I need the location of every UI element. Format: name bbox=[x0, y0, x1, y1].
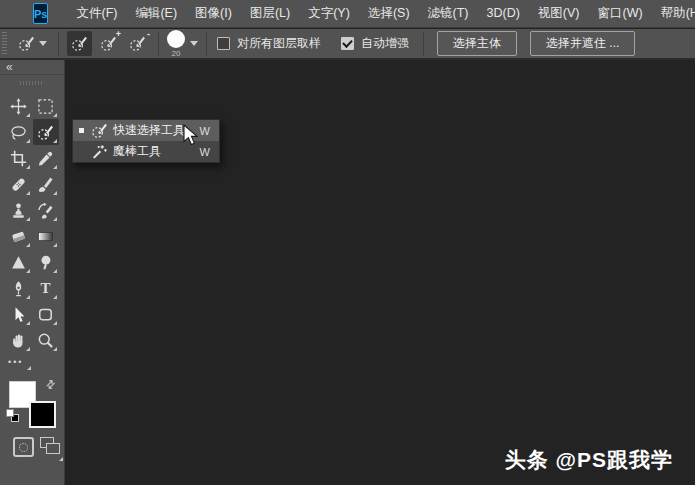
quick-selection-tool[interactable] bbox=[33, 119, 59, 145]
menu-select[interactable]: 选择(S) bbox=[359, 0, 419, 27]
zoom-icon bbox=[37, 332, 54, 349]
brush-options-picker[interactable]: 20 bbox=[167, 30, 198, 58]
crop-tool[interactable] bbox=[6, 145, 32, 171]
collapse-panel-icon[interactable]: « bbox=[6, 61, 12, 73]
path-selection-tool[interactable] bbox=[6, 301, 32, 327]
quick-selection-icon bbox=[91, 122, 108, 139]
gradient-icon bbox=[37, 228, 54, 245]
flyout-item-label: 快速选择工具 bbox=[113, 122, 185, 139]
zoom-tool[interactable] bbox=[33, 327, 59, 353]
hand-tool[interactable] bbox=[6, 327, 32, 353]
sample-all-layers-label: 对所有图层取样 bbox=[237, 35, 321, 52]
select-and-mask-button[interactable]: 选择并遮住 ... bbox=[530, 31, 635, 56]
chevron-down-icon bbox=[39, 41, 47, 46]
screen-mode-icon-front bbox=[46, 443, 60, 454]
quick-selection-icon bbox=[37, 124, 54, 141]
flyout-item-quick-selection[interactable]: 快速选择工具 W bbox=[73, 120, 219, 141]
clone-stamp-tool[interactable] bbox=[6, 197, 32, 223]
tools-panel-header: « bbox=[0, 60, 64, 75]
subtract-from-selection-button[interactable]: - bbox=[125, 31, 150, 56]
menu-view[interactable]: 视图(V) bbox=[529, 0, 589, 27]
separator bbox=[58, 32, 59, 56]
menu-help[interactable]: 帮助(H) bbox=[652, 0, 695, 27]
eraser-icon bbox=[10, 228, 27, 245]
pen-tool[interactable] bbox=[6, 275, 32, 301]
active-tool-bullet bbox=[79, 128, 84, 133]
auto-enhance-checkbox[interactable] bbox=[341, 37, 354, 50]
rectangle-shape-tool[interactable] bbox=[33, 301, 59, 327]
menu-window[interactable]: 窗口(W) bbox=[589, 0, 652, 27]
dodge-tool[interactable] bbox=[33, 249, 59, 275]
history-brush-icon bbox=[37, 202, 54, 219]
eraser-tool[interactable] bbox=[6, 223, 32, 249]
quick-mask-button[interactable] bbox=[13, 437, 34, 457]
shortcut-key: W bbox=[200, 146, 210, 158]
tools-panel-grip[interactable] bbox=[20, 81, 44, 85]
history-brush-tool[interactable] bbox=[33, 197, 59, 223]
tools-grid: T bbox=[5, 93, 60, 353]
crop-icon bbox=[10, 150, 27, 167]
brush-tip-icon bbox=[167, 30, 185, 48]
screen-mode-button[interactable] bbox=[40, 437, 62, 458]
pen-icon bbox=[10, 280, 27, 297]
menu-3d[interactable]: 3D(D) bbox=[478, 0, 529, 27]
type-icon: T bbox=[40, 281, 50, 296]
rectangle-shape-icon bbox=[37, 306, 54, 323]
separator bbox=[158, 32, 159, 56]
select-subject-button[interactable]: 选择主体 bbox=[437, 31, 517, 56]
add-to-selection-icon bbox=[100, 35, 117, 52]
shortcut-key: W bbox=[200, 125, 210, 137]
swap-colors-icon[interactable]: ⇄ bbox=[43, 377, 59, 393]
background-color-swatch[interactable] bbox=[29, 401, 56, 428]
move-tool[interactable] bbox=[6, 93, 32, 119]
flyout-item-label: 魔棒工具 bbox=[113, 143, 161, 160]
minus-badge: - bbox=[147, 30, 150, 39]
menu-image[interactable]: 图像(I) bbox=[186, 0, 241, 27]
new-selection-icon bbox=[71, 35, 88, 52]
auto-enhance-option[interactable]: 自动增强 bbox=[341, 35, 409, 52]
brush-preview: 20 bbox=[167, 30, 185, 58]
brush-icon bbox=[37, 176, 54, 193]
default-foreground-swatch bbox=[6, 409, 14, 417]
type-tool[interactable]: T bbox=[33, 275, 59, 301]
gradient-tool[interactable] bbox=[33, 223, 59, 249]
add-to-selection-button[interactable]: + bbox=[96, 31, 121, 56]
selection-mode-group: + - bbox=[67, 31, 150, 56]
brush-size-value: 20 bbox=[172, 49, 181, 58]
quick-selection-icon bbox=[18, 35, 35, 52]
photoshop-logo-icon: Ps bbox=[33, 3, 48, 24]
menu-type[interactable]: 文字(Y) bbox=[299, 0, 359, 27]
menu-edit[interactable]: 编辑(E) bbox=[126, 0, 186, 27]
separator bbox=[206, 32, 207, 56]
menu-items: 文件(F) 编辑(E) 图像(I) 图层(L) 文字(Y) 选择(S) 滤镜(T… bbox=[67, 0, 695, 27]
menu-bar: Ps 文件(F) 编辑(E) 图像(I) 图层(L) 文字(Y) 选择(S) 滤… bbox=[0, 0, 695, 28]
rectangular-marquee-tool[interactable] bbox=[33, 93, 59, 119]
lasso-tool[interactable] bbox=[6, 119, 32, 145]
menu-file[interactable]: 文件(F) bbox=[67, 0, 126, 27]
sample-all-layers-option[interactable]: 对所有图层取样 bbox=[217, 35, 321, 52]
chevron-down-icon bbox=[190, 41, 198, 46]
watermark-handle: @PS跟我学 bbox=[556, 448, 674, 471]
eyedropper-tool[interactable] bbox=[33, 145, 59, 171]
auto-enhance-label: 自动增强 bbox=[361, 35, 409, 52]
watermark-prefix: 头条 bbox=[505, 448, 549, 471]
default-colors-icon[interactable] bbox=[6, 409, 20, 423]
new-selection-button[interactable] bbox=[67, 31, 92, 56]
separator bbox=[423, 32, 424, 56]
lasso-icon bbox=[10, 124, 27, 141]
magic-wand-icon bbox=[91, 143, 108, 160]
edit-toolbar-icon[interactable]: ••• bbox=[8, 357, 23, 367]
tools-panel: « bbox=[0, 60, 65, 485]
blur-tool[interactable] bbox=[6, 249, 32, 275]
sample-all-layers-checkbox[interactable] bbox=[217, 37, 230, 50]
rectangular-marquee-icon bbox=[37, 98, 54, 115]
menu-layer[interactable]: 图层(L) bbox=[241, 0, 299, 27]
photoshop-window: Ps 文件(F) 编辑(E) 图像(I) 图层(L) 文字(Y) 选择(S) 滤… bbox=[0, 0, 695, 485]
plus-badge: + bbox=[116, 30, 121, 39]
brush-tool[interactable] bbox=[33, 171, 59, 197]
flyout-item-magic-wand[interactable]: 魔棒工具 W bbox=[73, 141, 219, 162]
watermark: 头条 @PS跟我学 bbox=[505, 446, 673, 474]
spot-healing-brush-tool[interactable] bbox=[6, 171, 32, 197]
menu-filter[interactable]: 滤镜(T) bbox=[419, 0, 478, 27]
tool-preset-picker[interactable] bbox=[15, 33, 50, 54]
